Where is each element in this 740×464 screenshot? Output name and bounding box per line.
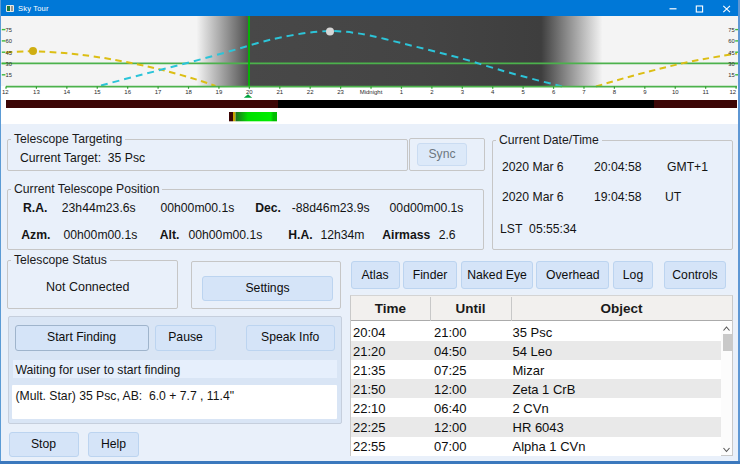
svg-text:5: 5 (521, 89, 525, 95)
svg-text:3: 3 (461, 89, 465, 95)
svg-text:15: 15 (6, 72, 12, 78)
svg-text:60: 60 (6, 38, 12, 44)
svg-text:6: 6 (552, 89, 556, 95)
svg-text:22: 22 (307, 89, 314, 95)
svg-text:75: 75 (728, 27, 734, 33)
svg-text:17: 17 (155, 89, 162, 95)
svg-text:23: 23 (337, 89, 344, 95)
svg-text:8: 8 (613, 89, 617, 95)
svg-text:13: 13 (33, 89, 40, 95)
svg-text:30: 30 (6, 61, 12, 67)
svg-text:12: 12 (729, 89, 736, 95)
svg-text:7: 7 (582, 89, 586, 95)
svg-text:19: 19 (216, 89, 223, 95)
svg-text:14: 14 (63, 89, 70, 95)
svg-text:16: 16 (124, 89, 131, 95)
svg-text:4: 4 (491, 89, 495, 95)
svg-text:12: 12 (2, 89, 9, 95)
svg-text:Midnight: Midnight (360, 89, 383, 95)
svg-text:20: 20 (246, 89, 253, 95)
svg-text:15: 15 (94, 89, 101, 95)
svg-text:15: 15 (728, 72, 734, 78)
svg-text:75: 75 (6, 27, 12, 33)
svg-text:30: 30 (728, 61, 734, 67)
svg-text:1: 1 (400, 89, 404, 95)
svg-text:11: 11 (703, 89, 710, 95)
svg-text:45: 45 (6, 50, 12, 56)
svg-text:10: 10 (672, 89, 679, 95)
svg-text:2: 2 (430, 89, 434, 95)
svg-text:9: 9 (643, 89, 647, 95)
svg-text:60: 60 (728, 38, 734, 44)
svg-text:18: 18 (185, 89, 192, 95)
svg-text:45: 45 (728, 50, 734, 56)
svg-text:21: 21 (276, 89, 283, 95)
